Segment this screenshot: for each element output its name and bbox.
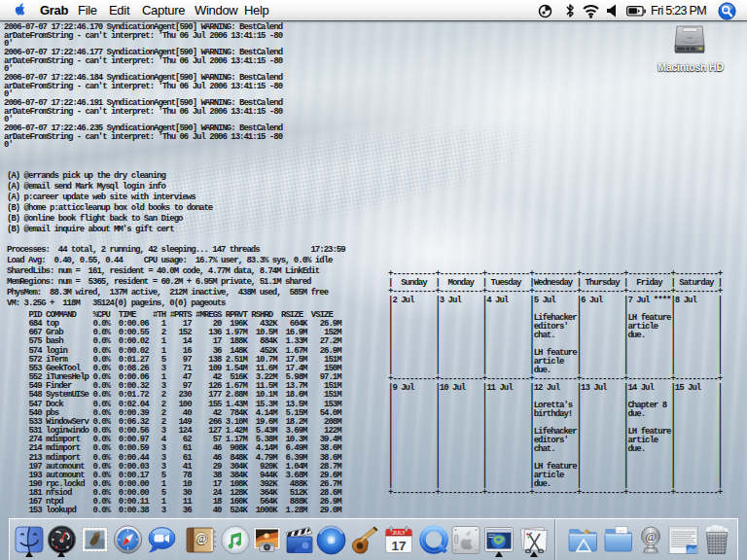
- svg-text:@: @: [645, 529, 657, 543]
- svg-text:JULY: JULY: [392, 530, 406, 536]
- svg-text:17: 17: [391, 539, 406, 553]
- svg-text:@: @: [196, 532, 206, 545]
